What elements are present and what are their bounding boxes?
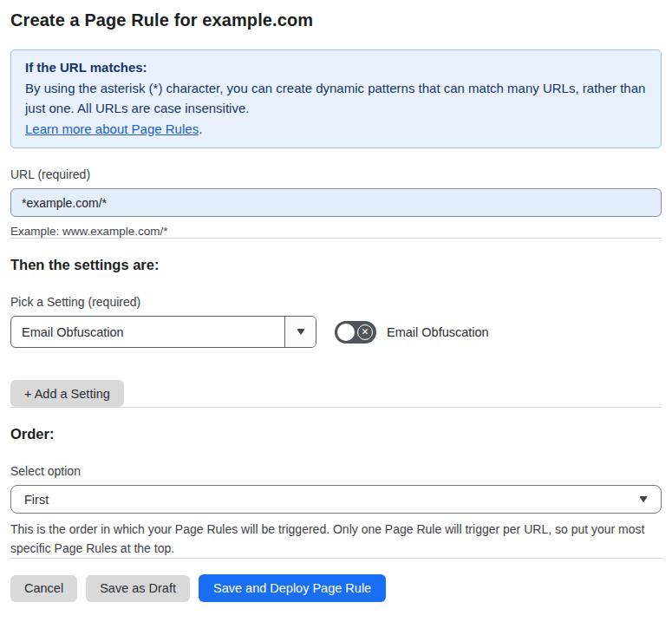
setting-select-value: Email Obfuscation [11, 317, 284, 347]
pick-setting-label: Pick a Setting (required) [10, 295, 662, 309]
toggle-off-x-icon: ✕ [357, 324, 373, 340]
url-matches-info-box: If the URL matches: By using the asteris… [10, 49, 662, 148]
toggle-group: ✕ Email Obfuscation [335, 321, 489, 344]
divider [10, 238, 662, 239]
email-obfuscation-toggle[interactable]: ✕ [335, 321, 376, 344]
info-box-heading: If the URL matches: [25, 57, 647, 78]
setting-select-caret-button[interactable] [284, 317, 316, 347]
learn-more-link[interactable]: Learn more about Page Rules [25, 121, 199, 136]
toggle-knob [337, 324, 355, 341]
setting-select[interactable]: Email Obfuscation [10, 316, 316, 348]
caret-down-icon [639, 496, 648, 502]
order-select-label: Select option [10, 464, 662, 478]
cancel-button[interactable]: Cancel [10, 575, 77, 602]
add-setting-button[interactable]: + Add a Setting [10, 380, 124, 407]
order-select-value: First [24, 493, 49, 507]
divider [10, 558, 662, 559]
url-field-label: URL (required) [10, 167, 662, 181]
create-page-rule-form: Create a Page Rule for example.com If th… [0, 0, 672, 602]
info-box-body: By using the asterisk (*) character, you… [25, 78, 647, 119]
setting-row: Email Obfuscation ✕ Email Obfuscation [10, 316, 662, 348]
order-help-text: This is the order in which your Page Rul… [10, 520, 662, 558]
page-title: Create a Page Rule for example.com [10, 10, 662, 30]
footer-actions: Cancel Save as Draft Save and Deploy Pag… [10, 574, 662, 602]
caret-down-icon [297, 329, 305, 335]
order-section-heading: Order: [10, 426, 662, 442]
settings-section-heading: Then the settings are: [10, 257, 662, 273]
divider [10, 407, 662, 408]
url-input[interactable] [10, 188, 662, 217]
url-example-text: Example: www.example.com/* [10, 225, 662, 238]
link-suffix: . [199, 121, 202, 136]
save-as-draft-button[interactable]: Save as Draft [86, 575, 190, 602]
order-select[interactable]: First [10, 485, 662, 514]
save-and-deploy-button[interactable]: Save and Deploy Page Rule [199, 574, 386, 602]
info-box-link-line: Learn more about Page Rules. [25, 119, 647, 140]
toggle-label: Email Obfuscation [387, 325, 489, 339]
